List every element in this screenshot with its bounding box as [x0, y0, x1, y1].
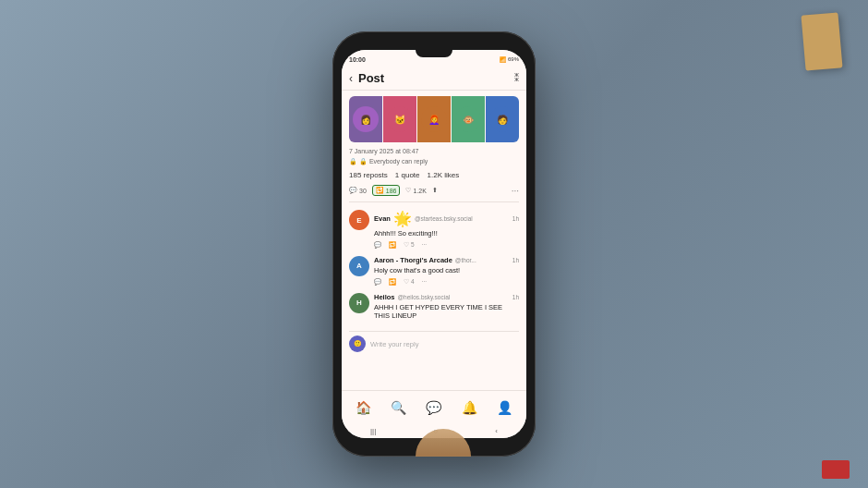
status-time: 10:00: [349, 56, 366, 63]
grid-cell-1: 👩: [349, 96, 382, 142]
header-icon[interactable]: ⁑: [514, 73, 519, 83]
comment-handle: @thor...: [455, 257, 476, 263]
write-reply-bar[interactable]: 🙂 Write your reply: [349, 331, 519, 356]
reply-note: 🔒 🔒 Everybody can reply: [349, 158, 519, 165]
post-content: 👩 🐱 👩‍🦰 🐵 🧑 7 Januar: [342, 91, 526, 390]
nav-notifications[interactable]: 🔔: [462, 400, 477, 415]
comment-actions: 💬 🔁 ♡ 5 ···: [374, 241, 519, 249]
bottom-nav: 🏠 🔍 💬 🔔 👤: [342, 390, 526, 423]
more-icon: ···: [422, 241, 427, 248]
comment-body: Evan 🌟 @starteas.bsky.social 1h Ahhh!!! …: [374, 210, 519, 249]
comment-header: Evan 🌟 @starteas.bsky.social 1h: [374, 210, 519, 227]
comment-body: Aaron - Thorgi's Arcade @thor... 1h Holy…: [374, 256, 519, 286]
nav-home[interactable]: 🏠: [356, 400, 371, 415]
grid-cell-4: 🐵: [452, 96, 485, 142]
android-nav-back[interactable]: ‹: [495, 427, 498, 435]
like-count: 1.2K: [413, 188, 426, 194]
reply-note-text: 🔒 Everybody can reply: [359, 158, 428, 165]
post-stats: 185 reposts 1 quote 1.2K likes: [349, 171, 519, 179]
signal-icon: 📶: [500, 56, 506, 63]
comment-actions: 💬 🔁 ♡ 4 ···: [374, 278, 519, 286]
comment-time: 1h: [512, 215, 519, 222]
share-icon: ⬆: [432, 187, 438, 194]
avatar-img-3: 👩‍🦰: [421, 106, 447, 132]
like-icon: ♡: [404, 241, 409, 249]
reply-placeholder[interactable]: Write your reply: [370, 340, 418, 348]
status-icons: 📶 69%: [500, 56, 519, 63]
like-action[interactable]: ♡ 5: [404, 241, 415, 249]
reply-avatar: 🙂: [349, 336, 366, 352]
phone-shell: 10:00 📶 69% ‹ Post ⁑ 👩: [332, 31, 536, 457]
comment-name: Heilos: [374, 293, 395, 301]
comment-button[interactable]: 💬 30: [349, 187, 367, 194]
like-button[interactable]: ♡ 1.2K: [405, 187, 426, 194]
comment-text: AHHH I GET HYPED EVERY TIME I SEE THIS L…: [374, 303, 519, 322]
repost-count: 185 reposts: [349, 171, 388, 179]
phone-notch: [416, 50, 452, 57]
more-button[interactable]: ···: [512, 186, 519, 196]
avatar-img-1: 👩: [353, 106, 379, 132]
avatar-img-2: 🐱: [387, 106, 413, 132]
verified-icon: 🌟: [393, 210, 412, 227]
like-action[interactable]: ♡ 4: [404, 278, 415, 286]
phone-screen: 10:00 📶 69% ‹ Post ⁑ 👩: [342, 50, 526, 438]
avatar-img-4: 🐵: [455, 106, 481, 132]
repost-icon: 🔁: [389, 278, 396, 286]
reply-icon: 💬: [374, 278, 381, 286]
comment-header: Aaron - Thorgi's Arcade @thor... 1h: [374, 256, 519, 264]
comment-name: Aaron - Thorgi's Arcade: [374, 256, 452, 264]
like-icon: ♡: [405, 187, 411, 194]
share-button[interactable]: ⬆: [432, 187, 438, 194]
reply-action[interactable]: 💬: [374, 278, 381, 286]
repost-button[interactable]: 🔁 186: [372, 185, 401, 196]
post-date: 7 January 2025 at 08:47: [349, 148, 519, 154]
action-row: 💬 30 🔁 186 ♡ 1.2K ⬆ ···: [349, 185, 519, 202]
more-icon: ···: [512, 186, 519, 196]
top-bar: ‹ Post ⁑: [342, 67, 526, 91]
comment-item: A Aaron - Thorgi's Arcade @thor... 1h Ho…: [349, 256, 519, 286]
quote-count: 1 quote: [395, 171, 420, 179]
likes-count: 1.2K likes: [428, 171, 460, 179]
repost-action[interactable]: 🔁: [389, 278, 396, 286]
comment-header: Heilos @heilos.bsky.social 1h: [374, 293, 519, 301]
comment-text: Ahhh!!! So exciting!!!: [374, 229, 519, 238]
comment-body: Heilos @heilos.bsky.social 1h AHHH I GET…: [374, 293, 519, 324]
comment-time: 1h: [512, 294, 519, 300]
more-icon: ···: [422, 278, 427, 285]
battery-level: 69%: [508, 56, 519, 62]
comment-item: E Evan 🌟 @starteas.bsky.social 1h Ahhh!!…: [349, 210, 519, 249]
comment-time: 1h: [512, 257, 519, 263]
reply-icon: 💬: [374, 241, 381, 249]
more-action[interactable]: ···: [422, 278, 427, 285]
android-nav-apps: |||: [370, 427, 376, 435]
reply-action[interactable]: 💬: [374, 241, 381, 249]
grid-cell-5: 🧑: [486, 96, 519, 142]
comment-name: Evan: [374, 214, 391, 223]
like-count: 5: [411, 241, 415, 248]
desktop-background: 10:00 📶 69% ‹ Post ⁑ 👩: [0, 0, 868, 488]
comment-handle: @heilos.bsky.social: [398, 294, 451, 300]
grid-cell-2: 🐱: [383, 96, 416, 142]
repost-icon: 🔁: [389, 241, 396, 249]
avatar: H: [349, 293, 369, 313]
repost-action[interactable]: 🔁: [389, 241, 396, 249]
comment-item: H Heilos @heilos.bsky.social 1h AHHH I G…: [349, 293, 519, 324]
nav-profile[interactable]: 👤: [497, 400, 512, 415]
corner-decoration-tr: [801, 12, 842, 70]
corner-decoration-br: [822, 460, 850, 479]
comment-text: Holy cow that's a good cast!: [374, 266, 519, 275]
like-count: 4: [411, 278, 415, 285]
grid-cell-3: 👩‍🦰: [417, 96, 451, 142]
post-image-grid: 👩 🐱 👩‍🦰 🐵 🧑: [349, 96, 519, 142]
comment-handle: @starteas.bsky.social: [415, 215, 473, 222]
avatar-img-5: 🧑: [489, 106, 515, 132]
nav-search[interactable]: 🔍: [391, 400, 406, 415]
repost-icon: 🔁: [376, 187, 384, 194]
comment-count: 30: [359, 188, 367, 194]
nav-messages[interactable]: 💬: [426, 400, 441, 415]
lock-icon: 🔒: [349, 158, 357, 165]
avatar: A: [349, 256, 369, 276]
avatar: E: [349, 210, 369, 230]
more-action[interactable]: ···: [422, 241, 427, 248]
back-button[interactable]: ‹: [349, 72, 353, 85]
